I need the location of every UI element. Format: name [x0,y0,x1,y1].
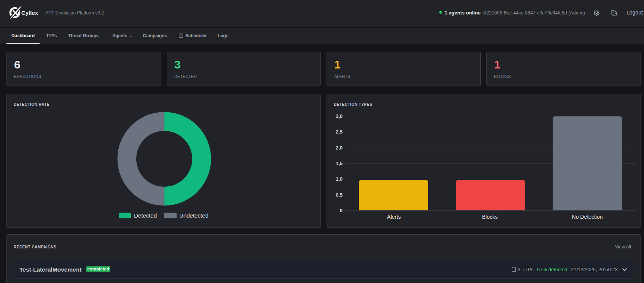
svg-text:1,0: 1,0 [336,176,343,182]
svg-text:0: 0 [340,208,343,213]
svg-text:Alerts: Alerts [387,214,401,220]
svg-text:0,5: 0,5 [336,192,343,198]
svg-text:1,5: 1,5 [336,161,343,166]
svg-text:3,0: 3,0 [336,113,343,119]
svg-text:No Detection: No Detection [572,214,603,220]
svg-text:2,5: 2,5 [336,129,343,135]
svg-text:2,0: 2,0 [336,145,343,151]
svg-text:Blocks: Blocks [482,214,497,220]
